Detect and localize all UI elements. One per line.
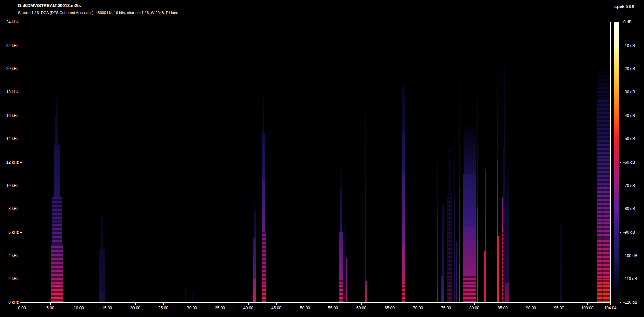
frequency-tick-label: 24 kHz [0, 20, 19, 24]
db-tick-label: -100 dB [623, 253, 637, 258]
spectrogram-event [339, 279, 343, 302]
spectrogram-event [459, 186, 460, 265]
db-tick [620, 279, 621, 279]
db-tick [620, 256, 621, 256]
time-tick [22, 303, 22, 305]
spectrogram-event [463, 174, 476, 227]
frequency-tick-label: 6 kHz [0, 230, 19, 235]
spectrogram-event [365, 106, 366, 186]
spectrogram-event [456, 242, 457, 302]
spectrogram-event [340, 168, 342, 190]
spectrogram-event [402, 174, 405, 244]
spectrogram-event [502, 230, 503, 302]
spectrogram-event [56, 97, 58, 116]
frequency-tick-label: 10 kHz [0, 183, 19, 188]
spectrogram-event [484, 251, 486, 302]
db-tick-label: -10 dB [623, 43, 635, 48]
spectrogram-event [463, 227, 476, 277]
frequency-tick-label: 22 kHz [0, 43, 19, 48]
db-tick-label: -50 dB [623, 136, 635, 141]
time-tick-label: 104:04 [595, 306, 626, 310]
frequency-tick [20, 139, 22, 139]
spectrogram-event [262, 232, 266, 285]
spectrogram-event [52, 197, 62, 244]
spectrogram-event [497, 236, 499, 302]
time-tick [192, 303, 192, 305]
time-tick-label: 95:00 [544, 306, 574, 310]
time-tick-label: 5:00 [35, 306, 65, 310]
time-tick [587, 303, 588, 305]
time-tick [503, 303, 503, 305]
frequency-tick [20, 22, 22, 22]
spectrogram-event [454, 136, 455, 197]
spectrogram-event [437, 209, 438, 287]
spectrogram-plot[interactable] [22, 22, 611, 303]
time-tick [531, 303, 531, 305]
frequency-tick-label: 12 kHz [0, 160, 19, 165]
stream-info: Stream 1 / 3: DCA (DTS Coherent Acoustic… [18, 11, 178, 15]
spectrogram-event [477, 240, 479, 302]
time-tick-label: 50:00 [290, 306, 320, 310]
frequency-tick-label: 18 kHz [0, 90, 19, 94]
frequency-tick [20, 162, 22, 163]
spectrogram-event [447, 279, 452, 302]
frequency-tick-label: 8 kHz [0, 206, 19, 211]
db-tick [620, 69, 621, 69]
spectrogram-event [485, 169, 486, 251]
frequency-tick [20, 209, 22, 209]
spectrogram-event [51, 244, 63, 283]
frequency-tick [20, 92, 22, 92]
spectrogram-event [253, 238, 256, 279]
spectrogram-event [192, 291, 193, 302]
frequency-tick [20, 232, 22, 233]
frequency-tick-label: 14 kHz [0, 136, 19, 141]
spectrogram-event [365, 281, 367, 302]
time-tick-label: 30:00 [177, 306, 207, 310]
time-tick [163, 303, 164, 305]
spectrogram-event [101, 216, 103, 249]
app-name: spek [614, 4, 625, 9]
spectrogram-event [485, 57, 485, 169]
spectrogram-event [504, 39, 505, 148]
time-tick-label: 60:00 [346, 306, 376, 310]
frequency-tick [20, 186, 22, 186]
spectrogram-event [597, 139, 610, 185]
frequency-tick-label: 0 kHz [0, 300, 19, 305]
spectrogram-event [441, 276, 444, 302]
spectrogram-event [448, 148, 451, 197]
spectrogram-event [477, 206, 478, 240]
spectrogram-event [54, 145, 60, 197]
time-tick-label: 35:00 [205, 306, 235, 310]
spectrogram-event [185, 287, 186, 302]
spectrogram-event [503, 148, 505, 302]
db-tick [620, 22, 621, 22]
app-brand: spek0.8.5 [614, 3, 634, 9]
time-tick [333, 303, 333, 305]
spectrogram-event [454, 197, 455, 303]
time-tick [305, 303, 305, 305]
time-tick-label: 10:00 [64, 306, 94, 310]
spectrogram-event [459, 55, 460, 186]
frequency-tick [20, 256, 22, 256]
spectrogram-event [597, 64, 610, 98]
spectrogram-event [447, 197, 452, 279]
spectrogram-event [347, 230, 347, 258]
frequency-tick-label: 20 kHz [0, 66, 19, 71]
time-tick [446, 303, 446, 305]
db-tick-label: -30 dB [623, 90, 635, 94]
spectrogram-event [51, 283, 63, 302]
time-tick-label: 15:00 [92, 306, 122, 310]
frequency-tick [20, 279, 22, 279]
db-tick [620, 92, 621, 92]
time-tick [559, 303, 559, 305]
time-tick [50, 303, 51, 305]
spectrogram-event [442, 205, 444, 276]
db-tick-label: -80 dB [623, 206, 635, 211]
app-version: 0.8.5 [626, 5, 634, 9]
db-tick [620, 209, 621, 209]
frequency-tick-label: 16 kHz [0, 113, 19, 118]
spectrogram-event [463, 276, 476, 302]
frequency-tick [20, 302, 22, 303]
time-tick [276, 303, 277, 305]
frequency-tick [20, 69, 22, 69]
